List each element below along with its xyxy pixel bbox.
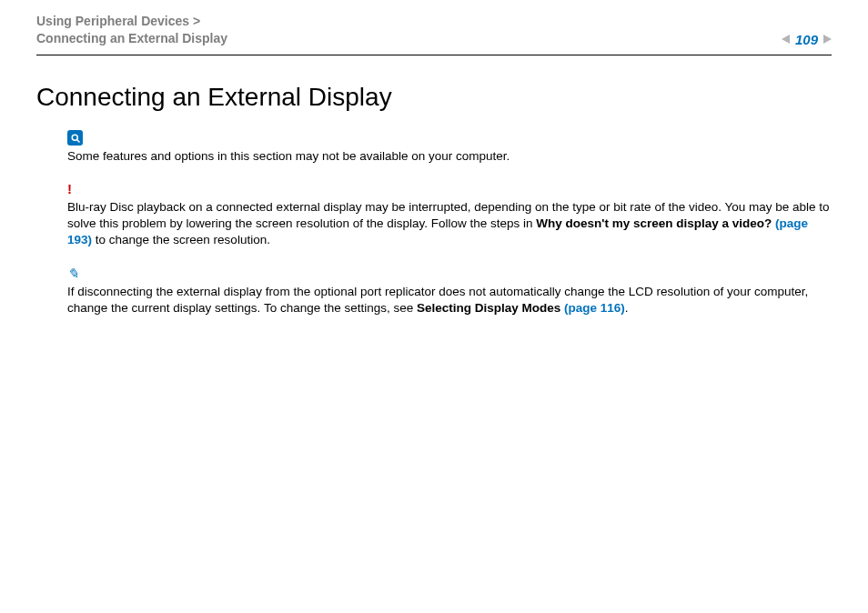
tip-link[interactable]: (page 116) — [564, 301, 625, 315]
tip-note: ✎ If disconnecting the external display … — [67, 266, 832, 317]
page-title: Connecting an External Display — [36, 83, 832, 112]
tip-post: . — [625, 301, 629, 315]
breadcrumb: Using Peripheral Devices > Connecting an… — [36, 13, 227, 47]
tip-icon-row: ✎ — [67, 266, 832, 282]
magnifier-icon — [67, 130, 83, 146]
tip-text: If disconnecting the external display fr… — [67, 284, 832, 317]
page-header: Using Peripheral Devices > Connecting an… — [36, 0, 832, 55]
exclamation-icon: ! — [67, 180, 72, 198]
info-icon-row — [67, 130, 832, 146]
warning-text: Blu-ray Disc playback on a connected ext… — [67, 199, 832, 249]
next-page-icon[interactable] — [823, 35, 832, 44]
warning-icon-row: ! — [67, 181, 832, 197]
tip-bold: Selecting Display Modes — [417, 301, 564, 315]
page-nav: 109 — [782, 32, 832, 47]
warning-bold: Why doesn't my screen display a video? — [536, 216, 775, 230]
breadcrumb-line-2: Connecting an External Display — [36, 30, 227, 47]
warning-post: to change the screen resolution. — [92, 233, 270, 246]
info-note: Some features and options in this sectio… — [67, 130, 832, 165]
prev-page-icon[interactable] — [782, 35, 790, 44]
page-number: 109 — [795, 32, 818, 47]
warning-note: ! Blu-ray Disc playback on a connected e… — [67, 181, 832, 249]
page: Using Peripheral Devices > Connecting an… — [0, 0, 868, 613]
svg-line-1 — [76, 139, 79, 142]
svg-point-0 — [72, 135, 77, 140]
info-text: Some features and options in this sectio… — [67, 148, 832, 165]
page-body: Some features and options in this sectio… — [36, 130, 832, 317]
breadcrumb-line-1: Using Peripheral Devices > — [36, 13, 227, 30]
pencil-icon: ✎ — [67, 265, 79, 283]
